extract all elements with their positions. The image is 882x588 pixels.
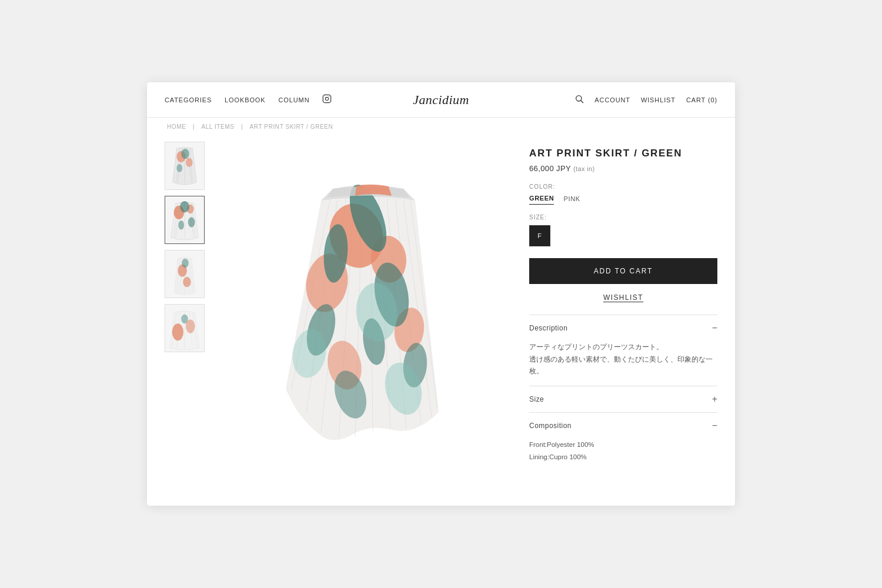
svg-point-19 [178, 220, 184, 230]
nav-wishlist[interactable]: WISHLIST [641, 96, 676, 103]
svg-rect-0 [323, 95, 331, 102]
store-window: CATEGORIES LOOKBOOK COLUMN Jancidium [147, 82, 735, 506]
main-image-area [207, 142, 529, 471]
main-product-image [274, 165, 462, 447]
size-section: SIZE: F [529, 214, 717, 246]
nav-right: ACCOUNT WISHLIST CART (0) [574, 94, 717, 105]
accordion-composition-header[interactable]: Composition − [529, 413, 717, 439]
accordion-size: Size + [529, 386, 717, 412]
description-line1: アーティなプリントのプリーツスカート。 [529, 341, 717, 353]
svg-point-29 [182, 259, 189, 268]
size-f[interactable]: F [529, 225, 550, 246]
size-options: F [529, 225, 717, 246]
nav-cart[interactable]: CART (0) [686, 96, 717, 103]
svg-line-4 [581, 101, 583, 103]
description-line2: 透け感のある軽い素材で、動くたびに美しく、印象的な一枚。 [529, 353, 717, 377]
svg-point-28 [183, 277, 191, 287]
accordion-size-icon: + [712, 395, 717, 404]
size-label: SIZE: [529, 214, 717, 220]
nav-lookbook[interactable]: LOOKBOOK [225, 96, 265, 103]
accordion-description-title: Description [529, 324, 567, 332]
svg-point-9 [176, 164, 182, 172]
breadcrumb-sep1: | [193, 123, 195, 130]
accordion-composition: Composition − Front:Polyester 100% Linin… [529, 412, 717, 471]
color-pink[interactable]: PINK [563, 195, 580, 205]
svg-point-38 [181, 315, 188, 324]
composition-line1: Front:Polyester 100% [529, 439, 717, 451]
svg-point-1 [326, 97, 329, 100]
color-label: COLOR: [529, 183, 717, 190]
page-wrapper: CATEGORIES LOOKBOOK COLUMN Jancidium [0, 0, 882, 588]
thumbnails [165, 142, 207, 471]
svg-point-18 [180, 201, 189, 212]
breadcrumb-all-items[interactable]: ALL ITEMS [201, 123, 234, 130]
color-green[interactable]: GREEN [529, 195, 554, 205]
nav-column[interactable]: COLUMN [279, 96, 310, 103]
accordion-description-content: アーティなプリントのプリーツスカート。 透け感のある軽い素材で、動くたびに美しく… [529, 341, 717, 386]
logo: Jancidium [413, 92, 469, 108]
thumbnail-3[interactable] [165, 250, 205, 298]
color-options: GREEN PINK [529, 195, 717, 205]
thumbnail-2[interactable] [165, 196, 205, 244]
nav-left: CATEGORIES LOOKBOOK COLUMN [165, 94, 332, 105]
svg-point-36 [172, 323, 183, 340]
header: CATEGORIES LOOKBOOK COLUMN Jancidium [147, 82, 735, 118]
composition-line2: Lining:Cupro 100% [529, 451, 717, 463]
nav-categories[interactable]: CATEGORIES [165, 96, 212, 103]
thumbnail-1[interactable] [165, 142, 205, 190]
accordion-description-header[interactable]: Description − [529, 315, 717, 341]
product-price: 66,000 JPY (tax in) [529, 164, 717, 173]
nav-account[interactable]: ACCOUNT [594, 96, 630, 103]
breadcrumb: HOME | ALL ITEMS | ART PRINT SKIRT / GRE… [147, 118, 735, 136]
accordion-size-title: Size [529, 395, 544, 403]
svg-point-2 [329, 96, 329, 97]
tax-label: (tax in) [573, 165, 595, 172]
add-to-cart-button[interactable]: ADD TO CART [529, 258, 717, 284]
instagram-icon[interactable] [322, 94, 332, 105]
svg-point-8 [181, 149, 189, 159]
breadcrumb-current: ART PRINT SKIRT / GREEN [250, 123, 333, 130]
breadcrumb-home[interactable]: HOME [167, 123, 186, 130]
accordion-composition-icon: − [712, 421, 717, 430]
accordion-size-header[interactable]: Size + [529, 386, 717, 412]
product-area: ART PRINT SKIRT / GREEN 66,000 JPY (tax … [147, 136, 735, 489]
accordion-description: Description − アーティなプリントのプリーツスカート。 透け感のある… [529, 315, 717, 386]
breadcrumb-sep2: | [241, 123, 243, 130]
svg-point-7 [186, 158, 193, 167]
product-title: ART PRINT SKIRT / GREEN [529, 148, 717, 159]
accordion-description-icon: − [712, 323, 717, 333]
accordion-composition-title: Composition [529, 422, 572, 430]
search-button[interactable] [574, 94, 584, 105]
accordion-composition-content: Front:Polyester 100% Lining:Cupro 100% [529, 439, 717, 471]
wishlist-button[interactable]: WISHLIST [529, 291, 717, 304]
svg-point-20 [188, 217, 195, 227]
thumbnail-4[interactable] [165, 304, 205, 352]
product-info: ART PRINT SKIRT / GREEN 66,000 JPY (tax … [529, 142, 717, 471]
price-value: 66,000 JPY [529, 164, 571, 173]
